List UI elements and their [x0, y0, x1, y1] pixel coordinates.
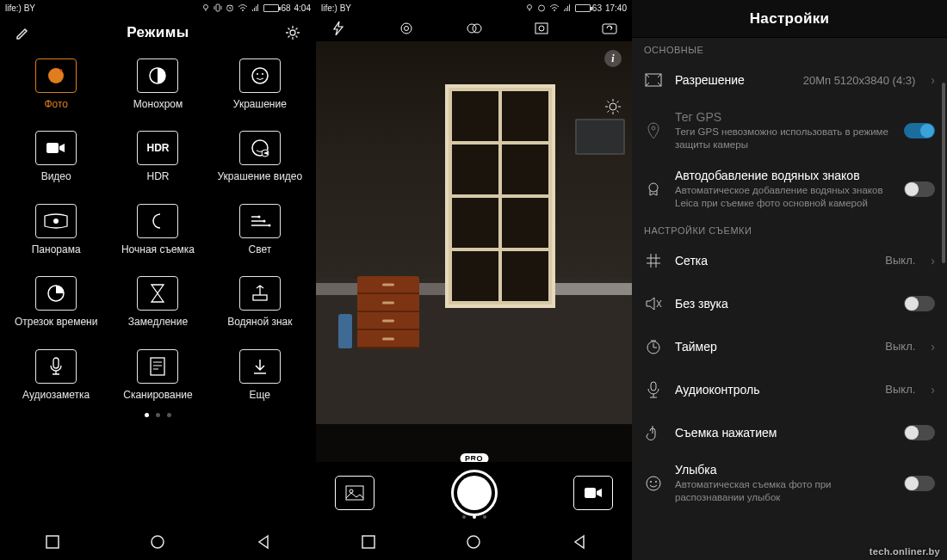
toggle-watermark[interactable] [904, 182, 935, 197]
mode-watermark[interactable]: Водяной знак [209, 276, 311, 328]
svg-rect-40 [362, 536, 374, 548]
mode-slowmo[interactable]: Замедление [107, 276, 208, 328]
scrollbar-thumb[interactable] [942, 83, 945, 263]
flash-icon[interactable] [328, 18, 349, 39]
mode-beauty[interactable]: Украшение [209, 58, 311, 110]
edit-icon[interactable] [12, 22, 34, 44]
page-dots [0, 413, 316, 417]
mode-beauty-video[interactable]: Украшение видео [209, 131, 311, 182]
chevron-right-icon: › [931, 383, 935, 397]
svg-point-34 [610, 103, 616, 110]
row-touch[interactable]: Съемка нажатием [632, 411, 947, 454]
toggle-smile[interactable] [904, 476, 935, 491]
clock: 4:04 [294, 3, 311, 13]
mode-timelapse[interactable]: Отрезок времени [5, 276, 107, 328]
toggle-gps [904, 123, 935, 138]
mono-icon [147, 65, 168, 86]
vibrate-icon [214, 3, 222, 12]
svg-point-47 [647, 477, 660, 490]
wifi-icon [238, 3, 248, 12]
row-mute[interactable]: Без звука [632, 282, 947, 325]
video-mode-button[interactable] [573, 476, 613, 510]
color-icon[interactable] [531, 18, 552, 39]
row-grid[interactable]: Сетка Выкл.› [632, 239, 947, 282]
svg-point-28 [404, 27, 408, 31]
info-icon[interactable]: i [604, 50, 622, 67]
nav-recent[interactable] [43, 532, 62, 551]
mode-night[interactable]: Ночная съемка [107, 204, 208, 255]
svg-point-25 [538, 5, 544, 11]
chevron-right-icon: › [931, 254, 935, 268]
modes-title: Режимы [34, 24, 282, 41]
switch-camera-icon[interactable] [599, 18, 620, 39]
svg-rect-21 [151, 358, 164, 375]
carrier: life:) BY [5, 3, 35, 13]
svg-point-32 [539, 26, 544, 31]
svg-point-3 [242, 9, 244, 11]
row-resolution[interactable]: Разрешение 20Мп 5120x3840 (4:3) › [632, 58, 947, 102]
settings-list[interactable]: ОСНОВНЫЕ Разрешение 20Мп 5120x3840 (4:3)… [632, 38, 947, 560]
mode-voicenote[interactable]: Аудиозаметка [5, 349, 107, 401]
nav-back[interactable] [254, 532, 273, 551]
mode-video[interactable]: Видео [5, 131, 107, 182]
svg-point-4 [290, 30, 295, 35]
nav-bar [316, 524, 632, 560]
svg-point-49 [655, 481, 657, 483]
svg-point-30 [473, 24, 481, 33]
row-timer[interactable]: Таймер Выкл.› [632, 325, 947, 368]
wide-aperture-icon[interactable] [396, 18, 417, 39]
svg-point-14 [53, 218, 59, 224]
gallery-button[interactable] [335, 476, 374, 510]
mode-light[interactable]: Свет [209, 204, 311, 255]
nav-recent[interactable] [359, 532, 378, 551]
viewfinder[interactable]: i [316, 41, 632, 424]
touch-icon [644, 424, 663, 441]
svg-point-15 [257, 215, 260, 218]
nav-home[interactable] [464, 532, 483, 551]
row-smile[interactable]: УлыбкаАвтоматическая съемка фото при рас… [632, 454, 947, 513]
light-icon [248, 212, 272, 231]
mode-hdr[interactable]: HDR HDR [107, 131, 208, 182]
svg-rect-37 [346, 486, 363, 500]
row-watermark[interactable]: Автодобавление водяных знаковАвтоматичес… [632, 160, 947, 218]
svg-rect-1 [216, 4, 220, 11]
svg-point-8 [252, 68, 268, 83]
location-icon [525, 3, 534, 12]
modes-grid: Фото Монохром Украшение Видео HDR HDR Ук… [0, 50, 316, 401]
shutter-button[interactable] [451, 470, 498, 516]
chevron-right-icon: › [931, 73, 935, 87]
section-main: ОСНОВНЫЕ [632, 38, 947, 58]
resolution-icon [644, 73, 663, 87]
nav-home[interactable] [148, 532, 167, 551]
mode-monochrome[interactable]: Монохром [107, 58, 208, 110]
mode-photo[interactable]: Фото [5, 58, 107, 110]
toggle-touch[interactable] [904, 425, 935, 440]
svg-point-24 [527, 5, 531, 9]
mode-scan[interactable]: Сканирование [107, 349, 208, 401]
section-capture: НАСТРОЙКИ СЪЕМКИ [632, 218, 947, 239]
svg-rect-22 [46, 536, 59, 548]
mode-panorama[interactable]: Панорама [5, 204, 107, 255]
timer-icon [644, 339, 663, 354]
svg-rect-20 [53, 358, 59, 368]
grid-icon [644, 253, 663, 268]
filter-icon[interactable] [464, 18, 485, 39]
brightness-icon[interactable] [603, 96, 623, 117]
alarm-icon [537, 3, 546, 12]
svg-point-0 [204, 5, 208, 9]
svg-rect-31 [535, 23, 548, 34]
settings-icon[interactable] [282, 22, 304, 44]
smile-icon [644, 476, 663, 491]
svg-point-48 [650, 481, 652, 483]
nav-back[interactable] [570, 532, 589, 551]
mode-more[interactable]: Еще [209, 349, 311, 401]
mic-icon [47, 356, 65, 377]
viewfinder-pane: life:) BY 63 17:40 i PRO ISO •3200 S •1/… [316, 0, 632, 560]
svg-rect-19 [253, 295, 267, 300]
camera-topbar [316, 15, 632, 41]
mute-icon [644, 296, 663, 311]
chevron-right-icon: › [931, 340, 935, 354]
toggle-mute[interactable] [904, 296, 935, 311]
svg-point-9 [257, 73, 258, 75]
row-audio[interactable]: Аудиоконтроль Выкл.› [632, 368, 947, 411]
